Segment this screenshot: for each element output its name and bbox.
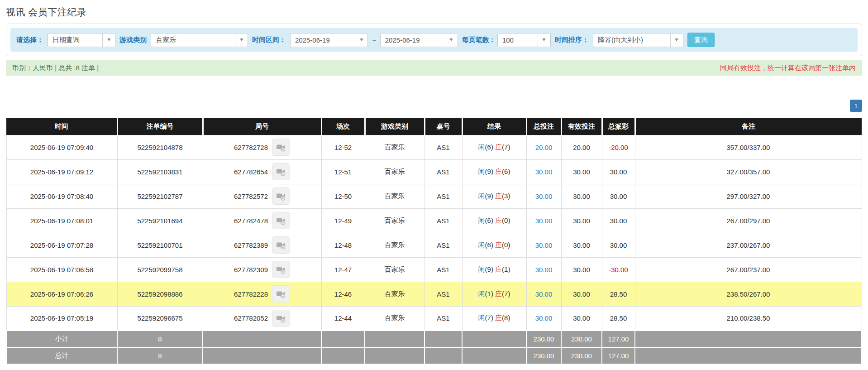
table-row: 2025-06-19 07:09:12 522592103831 6277826… (6, 159, 862, 184)
query-mode-select[interactable]: 日期查询 (48, 33, 115, 47)
page-size-label: 每页笔数 : (462, 36, 493, 44)
chevron-down-icon[interactable] (670, 34, 683, 47)
date-from-input[interactable]: 2025-06-19 (290, 33, 368, 47)
pagination-page-1[interactable]: 1 (850, 100, 862, 112)
table-no-cell: AS1 (424, 306, 462, 331)
banker-result-label: 庄 (495, 314, 502, 322)
chevron-down-icon[interactable] (235, 34, 248, 47)
video-icon (276, 313, 286, 324)
banker-result-value: (3) (502, 192, 510, 200)
remark-cell: 238.50/267.00 (635, 282, 862, 306)
player-result-label: 闲 (478, 168, 485, 175)
payout-cell: 28.50 (602, 282, 635, 306)
summary-label-cell: 小计 (6, 331, 117, 347)
player-result-label: 闲 (478, 314, 485, 322)
player-result-value: (9) (485, 192, 493, 200)
game-type-select[interactable]: 百家乐 (151, 33, 248, 47)
table-row: 2025-06-19 07:06:58 522592099758 6277823… (6, 257, 862, 282)
video-replay-button[interactable] (272, 310, 290, 327)
total-bet-link[interactable]: 30.00 (526, 159, 561, 184)
column-header: 局号 (203, 118, 321, 135)
player-result-label: 闲 (478, 265, 485, 273)
remark-cell: 327.00/357.00 (635, 159, 862, 184)
time-range-label: 时间区间： (252, 36, 286, 44)
page-size-value: 100 (498, 34, 538, 47)
bet-records-table: 时间注单编号局号场次游戏类别桌号结果总投注有效投注总派彩备注 2025-06-1… (6, 118, 862, 365)
total-bet-link[interactable]: 20.00 (526, 135, 561, 159)
bet-id-cell: 522592100701 (117, 233, 203, 257)
session-cell: 12-50 (321, 184, 365, 208)
player-result-value: (9) (485, 168, 493, 175)
table-row: 2025-06-19 07:07:28 522592100701 6277823… (6, 233, 862, 257)
total-bet-link[interactable]: 30.00 (526, 184, 561, 208)
player-result-value: (6) (485, 216, 493, 224)
banker-result-label: 庄 (495, 241, 502, 249)
table-no-cell: AS1 (424, 282, 462, 306)
chevron-down-icon[interactable] (355, 34, 367, 47)
column-header: 场次 (321, 118, 365, 135)
video-replay-button[interactable] (272, 163, 290, 180)
player-result-value: (7) (485, 314, 493, 322)
pagination: 1 (6, 100, 862, 112)
payout-cell: 30.00 (602, 184, 635, 208)
sort-order-value: 降幂(由大到小) (593, 34, 670, 47)
video-replay-button[interactable] (272, 236, 290, 254)
sort-order-select[interactable]: 降幂(由大到小) (593, 33, 683, 47)
table-no-cell: AS1 (424, 184, 462, 208)
total-bet-link[interactable]: 30.00 (526, 306, 561, 331)
video-replay-button[interactable] (272, 285, 290, 303)
total-bet-link[interactable]: 30.00 (526, 233, 561, 257)
player-result-value: (6) (485, 241, 493, 249)
chevron-down-icon[interactable] (538, 34, 550, 47)
date-from-value: 2025-06-19 (291, 34, 355, 47)
video-replay-button[interactable] (272, 261, 290, 278)
search-button[interactable]: 查询 (687, 33, 715, 47)
game-type-cell: 百家乐 (365, 233, 424, 257)
round-cell: 627782309 (203, 257, 321, 282)
remark-cell: 297.00/327.00 (635, 184, 862, 208)
video-replay-button[interactable] (272, 187, 290, 205)
video-replay-button[interactable] (272, 212, 290, 229)
total-bet-link[interactable]: 30.00 (526, 257, 561, 282)
round-cell: 627782728 (203, 135, 321, 159)
video-replay-button[interactable] (272, 139, 290, 156)
range-separator: ~ (372, 36, 376, 44)
payout-cell: 28.50 (602, 306, 635, 331)
chevron-down-icon[interactable] (102, 34, 115, 47)
table-row: 2025-06-19 07:08:01 522592101694 6277824… (6, 208, 862, 233)
player-result-label: 闲 (478, 290, 485, 298)
game-type-label: 游戏类别 (119, 36, 147, 44)
session-cell: 12-51 (321, 159, 365, 184)
result-cell: 闲(9) 庄(1) (462, 257, 526, 282)
sort-order-label: 时间排序： (555, 36, 589, 44)
query-mode-label: 请选择： (16, 36, 43, 44)
bet-id-cell: 522592098886 (117, 282, 203, 306)
summary-count-cell: 8 (117, 347, 203, 364)
time-cell: 2025-06-19 07:07:28 (6, 233, 117, 257)
round-id: 627782654 (234, 168, 268, 176)
game-type-cell: 百家乐 (365, 184, 424, 208)
time-cell: 2025-06-19 07:09:12 (6, 159, 117, 184)
date-to-input[interactable]: 2025-06-19 (380, 33, 458, 47)
bet-id-cell: 522592103831 (117, 159, 203, 184)
round-cell: 627782572 (203, 184, 321, 208)
summary-valid-bet-cell: 230.00 (561, 331, 602, 347)
round-id: 627782389 (234, 241, 268, 249)
valid-bet-cell: 30.00 (561, 306, 602, 331)
total-bet-link[interactable]: 30.00 (526, 208, 561, 233)
round-id: 627782052 (234, 314, 268, 322)
video-icon (276, 264, 286, 275)
filter-bar: 请选择： 日期查询 游戏类别 百家乐 时间区间： 2025-06-19 ~ 20… (10, 28, 858, 52)
page-size-select[interactable]: 100 (497, 33, 551, 47)
table-row: 2025-06-19 07:05:19 522592096675 6277820… (6, 306, 862, 331)
round-cell: 627782052 (203, 306, 321, 331)
banker-result-value: (7) (502, 290, 510, 298)
total-bet-link[interactable]: 30.00 (526, 282, 561, 306)
chevron-down-icon[interactable] (445, 34, 458, 47)
round-cell: 627782478 (203, 208, 321, 233)
column-header: 总投注 (526, 118, 561, 135)
time-cell: 2025-06-19 07:05:19 (6, 306, 117, 331)
banker-result-value: (7) (502, 143, 510, 151)
column-header: 桌号 (424, 118, 462, 135)
video-icon (276, 240, 286, 250)
